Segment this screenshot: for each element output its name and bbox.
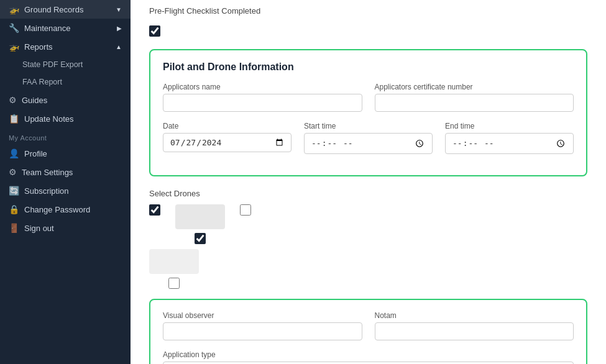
drone-item-4	[149, 249, 199, 289]
end-time-label: End time	[445, 122, 574, 130]
start-time-label: Start time	[304, 122, 433, 130]
sidebar-item-label: Subscription	[24, 186, 69, 196]
drone-checkbox-4[interactable]	[168, 278, 180, 289]
applicators-cert-input[interactable]	[375, 94, 574, 112]
preflight-row: Pre-Flight Checklist Completed	[149, 6, 587, 16]
notam-input[interactable]	[375, 322, 574, 340]
applicators-name-group: Applicators name	[163, 83, 362, 112]
sidebar-item-ground-records[interactable]: 🚁 Ground Records ▼	[0, 0, 131, 19]
main-content: Pre-Flight Checklist Completed Pilot and…	[131, 0, 606, 364]
chevron-down-icon: ▼	[116, 6, 122, 13]
sidebar-item-faa-report[interactable]: FAA Report	[0, 73, 131, 91]
sidebar-item-update-notes[interactable]: 📋 Update Notes	[0, 109, 131, 128]
sidebar-item-sign-out[interactable]: 🚪 Sign out	[0, 219, 131, 237]
sidebar-item-change-password[interactable]: 🔒 Change Password	[0, 200, 131, 219]
sidebar-item-reports[interactable]: 🚁 Reports ▲	[0, 37, 131, 56]
sidebar-item-label: Update Notes	[24, 114, 74, 124]
chevron-right-icon: ▶	[117, 25, 122, 32]
profile-icon: 👤	[9, 148, 19, 158]
start-time-group: Start time	[304, 122, 433, 154]
sidebar-item-subscription[interactable]: 🔄 Subscription	[0, 181, 131, 200]
datetime-row: Date Start time End time	[163, 122, 574, 154]
visual-observer-input[interactable]	[163, 322, 362, 340]
sidebar-item-label: Sign out	[24, 224, 54, 233]
select-drones-label: Select Drones	[149, 189, 587, 198]
team-settings-icon: ⚙	[9, 167, 17, 177]
sidebar-item-label: Team Settings	[22, 168, 73, 177]
drones-grid-2	[149, 249, 587, 289]
my-account-label: My Account	[0, 128, 131, 144]
select-drones-section: Select Drones	[149, 189, 587, 289]
drone-item-3	[240, 204, 251, 244]
sidebar-item-maintenance[interactable]: 🔧 Maintenance ▶	[0, 19, 131, 37]
subscription-icon: 🔄	[9, 186, 19, 196]
app-type-row: Application type	[163, 350, 574, 364]
drone-checkbox-2[interactable]	[195, 233, 206, 244]
drone-checkbox-1[interactable]	[149, 204, 160, 216]
visual-observer-label: Visual observer	[163, 311, 362, 320]
preflight-label: Pre-Flight Checklist Completed	[149, 6, 260, 16]
sidebar-item-guides[interactable]: ⚙ Guides	[0, 91, 131, 109]
drone-image-2	[175, 204, 225, 229]
end-time-group: End time	[445, 122, 574, 154]
visual-observer-group: Visual observer	[163, 311, 362, 340]
pilot-drone-title: Pilot and Drone Information	[163, 61, 574, 73]
preflight-checkbox[interactable]	[149, 25, 160, 37]
sidebar-item-state-pdf-export[interactable]: State PDF Export	[0, 56, 131, 73]
maintenance-icon: 🔧	[9, 23, 19, 33]
notam-group: Notam	[375, 311, 574, 340]
guides-icon: ⚙	[9, 95, 17, 105]
sidebar-item-label: Ground Records	[24, 5, 83, 14]
drones-grid	[149, 204, 587, 244]
sidebar-item-label: Reports	[24, 42, 53, 52]
app-type-textarea[interactable]	[163, 362, 574, 364]
sidebar-item-team-settings[interactable]: ⚙ Team Settings	[0, 163, 131, 181]
date-input[interactable]	[163, 133, 292, 152]
drone-image-4	[149, 249, 199, 274]
sign-out-icon: 🚪	[9, 223, 19, 233]
change-password-icon: 🔒	[9, 204, 19, 214]
drone-checkbox-3[interactable]	[240, 204, 251, 216]
reports-icon: 🚁	[9, 42, 19, 52]
applicators-name-input[interactable]	[163, 94, 362, 112]
drone-item-2	[175, 204, 225, 244]
sidebar: 🚁 Ground Records ▼ 🔧 Maintenance ▶ 🚁 Rep…	[0, 0, 131, 364]
applicators-row: Applicators name Applicators certificate…	[163, 83, 574, 112]
observer-notam-row: Visual observer Notam	[163, 311, 574, 340]
applicators-cert-label: Applicators certificate number	[375, 83, 574, 91]
app-type-label: Application type	[163, 350, 574, 359]
notam-label: Notam	[375, 311, 574, 320]
sidebar-item-label: Profile	[24, 149, 47, 158]
sidebar-item-label: Guides	[22, 96, 47, 105]
applicators-name-label: Applicators name	[163, 83, 362, 91]
date-label: Date	[163, 122, 292, 130]
applicators-cert-group: Applicators certificate number	[375, 83, 574, 112]
sidebar-item-label: State PDF Export	[22, 60, 83, 69]
pilot-drone-card: Pilot and Drone Information Applicators …	[149, 49, 587, 176]
end-time-input[interactable]	[445, 133, 574, 154]
start-time-input[interactable]	[304, 133, 433, 154]
date-group: Date	[163, 122, 292, 154]
chevron-up-icon: ▲	[116, 43, 122, 50]
observer-card: Visual observer Notam Application type	[149, 299, 587, 364]
sidebar-item-label: Maintenance	[24, 24, 70, 33]
ground-records-icon: 🚁	[9, 4, 19, 14]
app-type-group: Application type	[163, 350, 574, 364]
sidebar-item-label: FAA Report	[22, 78, 62, 86]
sidebar-item-profile[interactable]: 👤 Profile	[0, 144, 131, 163]
sidebar-item-label: Change Password	[24, 205, 90, 214]
update-notes-icon: 📋	[9, 114, 19, 124]
drone-item-1	[149, 204, 160, 244]
